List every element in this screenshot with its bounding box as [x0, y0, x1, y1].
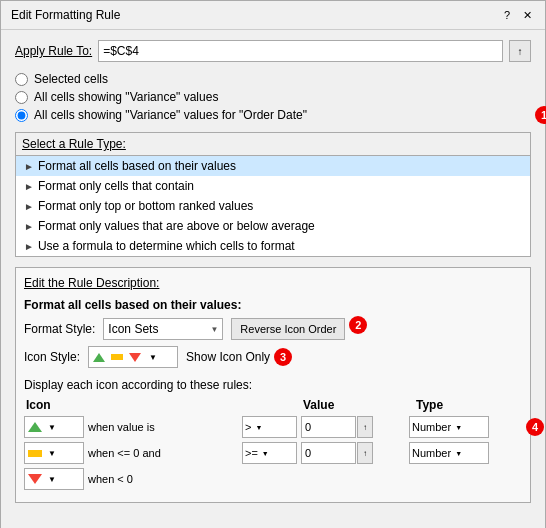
- operator-select-0[interactable]: > ▼: [242, 416, 297, 438]
- operator-arrow-0: ▼: [255, 424, 262, 431]
- apply-rule-arrow-button[interactable]: ↑: [509, 40, 531, 62]
- rule-type-item-4[interactable]: ► Use a formula to determine which cells…: [16, 236, 530, 256]
- arrow-right-icon-0: ►: [24, 161, 34, 172]
- type-select-1[interactable]: Number ▼: [409, 442, 489, 464]
- arrow-right-icon-2: ►: [24, 201, 34, 212]
- scope-option-selected-cells[interactable]: Selected cells: [15, 72, 531, 86]
- icon-rule-row-1: ▼ when <= 0 and >= ▼ ↑ Number ▼: [24, 442, 522, 464]
- scope-option-all-variance[interactable]: All cells showing "Variance" values: [15, 90, 531, 104]
- icon-rule-row-2: ▼ when < 0: [24, 468, 522, 490]
- icon-select-1[interactable]: ▼: [24, 442, 84, 464]
- col-spacer3: [392, 398, 412, 412]
- rule-type-section: Select a Rule Type: ► Format all cells b…: [15, 132, 531, 257]
- title-bar: Edit Formatting Rule ? ✕: [1, 1, 545, 30]
- scope-option-all-variance-order-date[interactable]: All cells showing "Variance" values for …: [15, 108, 531, 122]
- value-cell-1: ↑: [301, 442, 381, 464]
- close-button[interactable]: ✕: [519, 7, 535, 23]
- type-arrow-0: ▼: [455, 424, 462, 431]
- dialog-title: Edit Formatting Rule: [11, 8, 120, 22]
- icon-preview-up: [93, 353, 105, 362]
- badge-2: 2: [349, 316, 367, 334]
- format-style-dropdown-arrow: ▼: [210, 325, 218, 334]
- col-icon: Icon: [26, 398, 86, 412]
- rule-type-label-0: Format all cells based on their values: [38, 159, 236, 173]
- icon-dropdown-0: ▼: [48, 423, 56, 432]
- icon-table-header: Icon Value Type: [24, 398, 522, 412]
- scope-label-1: Selected cells: [34, 72, 108, 86]
- operator-select-1[interactable]: >= ▼: [242, 442, 297, 464]
- scope-radio-3[interactable]: [15, 109, 28, 122]
- arrow-up-icon: ↑: [518, 46, 523, 57]
- reverse-icon-order-button[interactable]: Reverse Icon Order: [231, 318, 345, 340]
- format-style-value: Icon Sets: [108, 322, 158, 336]
- rule-type-item-3[interactable]: ► Format only values that are above or b…: [16, 216, 530, 236]
- apply-rule-input[interactable]: [98, 40, 503, 62]
- icon-side-1: [28, 450, 42, 457]
- scope-label-3: All cells showing "Variance" values for …: [34, 108, 307, 122]
- type-value-0: Number: [412, 421, 451, 433]
- display-rules-header: Display each icon according to these rul…: [24, 378, 522, 392]
- icon-up-0: [28, 422, 42, 432]
- icon-rule-row-0: ▼ when value is > ▼ ↑ Number ▼ 4: [24, 416, 522, 438]
- rule-type-header: Select a Rule Type:: [16, 133, 530, 155]
- value-input-0[interactable]: [301, 416, 356, 438]
- type-select-0[interactable]: Number ▼: [409, 416, 489, 438]
- icon-select-0[interactable]: ▼: [24, 416, 84, 438]
- edit-rule-section: Edit the Rule Description: Format all ce…: [15, 267, 531, 503]
- scope-radio-2[interactable]: [15, 91, 28, 104]
- badge-4: 4: [526, 418, 544, 436]
- dialog-content: Apply Rule To: ↑ Selected cells All cell…: [1, 30, 545, 523]
- scope-radio-group: Selected cells All cells showing "Varian…: [15, 72, 531, 122]
- type-arrow-1: ▼: [455, 450, 462, 457]
- footer-buttons: OK Cancel: [1, 523, 545, 528]
- operator-arrow-1: ▼: [262, 450, 269, 457]
- icon-select-2[interactable]: ▼: [24, 468, 84, 490]
- icon-style-select[interactable]: ▼: [88, 346, 178, 368]
- condition-label-1: when <= 0 and: [88, 447, 238, 459]
- rule-type-item-0[interactable]: ► Format all cells based on their values: [16, 156, 530, 176]
- icon-style-row: Icon Style: ▼ Show Icon Only 3: [24, 346, 522, 368]
- rule-type-label-1: Format only cells that contain: [38, 179, 194, 193]
- badge-1: 1: [535, 106, 546, 124]
- col-spacer: [90, 398, 240, 412]
- operator-value-0: >: [245, 421, 251, 433]
- col-type: Type: [416, 398, 501, 412]
- title-button-group: ? ✕: [499, 7, 535, 23]
- condition-label-0: when value is: [88, 421, 238, 433]
- icon-preview-down: [129, 353, 141, 362]
- icon-down-2: [28, 474, 42, 484]
- edit-rule-header: Edit the Rule Description:: [24, 276, 522, 290]
- scope-label-2: All cells showing "Variance" values: [34, 90, 218, 104]
- icon-dropdown-2: ▼: [48, 475, 56, 484]
- value-cell-0: ↑: [301, 416, 381, 438]
- icon-style-label: Icon Style:: [24, 350, 80, 364]
- type-value-1: Number: [412, 447, 451, 459]
- rule-type-item-1[interactable]: ► Format only cells that contain: [16, 176, 530, 196]
- badge-3: 3: [274, 348, 292, 366]
- value-arrow-1[interactable]: ↑: [357, 442, 373, 464]
- col-spacer4: [505, 398, 546, 412]
- format-style-row: Format Style: Icon Sets ▼ Reverse Icon O…: [24, 318, 522, 340]
- value-arrow-0[interactable]: ↑: [357, 416, 373, 438]
- col-spacer2: [244, 398, 299, 412]
- format-style-select[interactable]: Icon Sets ▼: [103, 318, 223, 340]
- help-button[interactable]: ?: [499, 7, 515, 23]
- edit-formatting-rule-dialog: Edit Formatting Rule ? ✕ Apply Rule To: …: [0, 0, 546, 528]
- icon-preview-side: [111, 354, 123, 360]
- rule-type-label-2: Format only top or bottom ranked values: [38, 199, 253, 213]
- rule-type-list: ► Format all cells based on their values…: [16, 155, 530, 256]
- show-icon-only-label: Show Icon Only: [186, 350, 270, 364]
- condition-label-2: when < 0: [88, 473, 238, 485]
- rule-type-label-3: Format only values that are above or bel…: [38, 219, 315, 233]
- arrow-right-icon-3: ►: [24, 221, 34, 232]
- edit-rule-subheader: Format all cells based on their values:: [24, 298, 522, 312]
- value-input-1[interactable]: [301, 442, 356, 464]
- icon-style-dropdown-arrow: ▼: [149, 353, 157, 362]
- arrow-right-icon-4: ►: [24, 241, 34, 252]
- col-value: Value: [303, 398, 388, 412]
- rule-type-label-4: Use a formula to determine which cells t…: [38, 239, 295, 253]
- apply-rule-label: Apply Rule To:: [15, 44, 92, 58]
- scope-radio-1[interactable]: [15, 73, 28, 86]
- rule-type-item-2[interactable]: ► Format only top or bottom ranked value…: [16, 196, 530, 216]
- operator-value-1: >=: [245, 447, 258, 459]
